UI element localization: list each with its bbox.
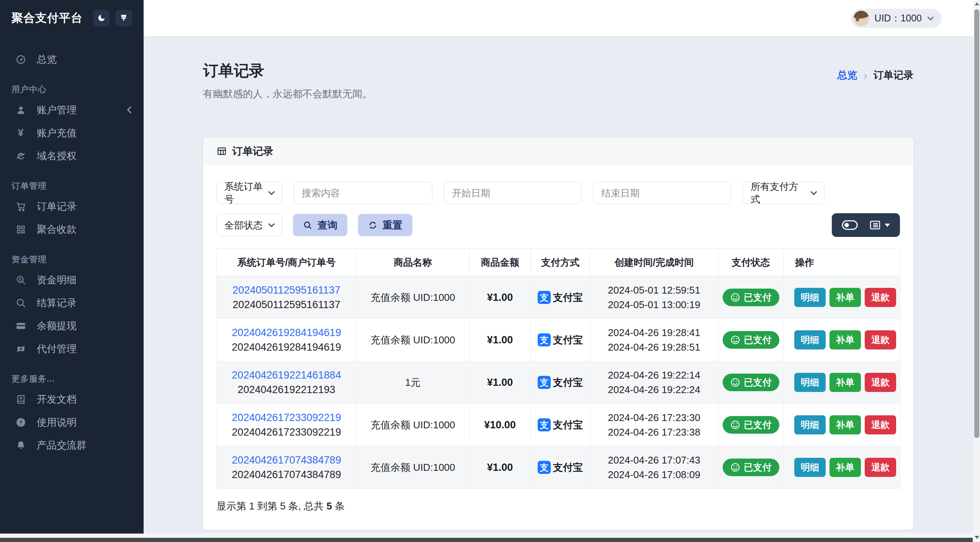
sidebar-item-balance-withdrawal[interactable]: 余额提现 xyxy=(0,314,144,337)
columns-button[interactable] xyxy=(869,219,890,231)
smile-icon xyxy=(730,377,740,387)
product-amount: ¥1.00 xyxy=(487,334,513,346)
chevron-left-icon xyxy=(127,106,132,114)
row-actions: 明细补单退款 xyxy=(794,330,896,349)
scroll-up-arrow[interactable] xyxy=(973,0,980,8)
row-actions: 明细补单退款 xyxy=(794,288,896,307)
uid-label: UID：1000 xyxy=(874,12,922,24)
theme-button[interactable] xyxy=(115,10,132,26)
reorder-button[interactable]: 补单 xyxy=(829,415,861,434)
query-button-label: 查询 xyxy=(317,219,337,232)
filter-row-1: 系统订单号 所有支付方式 xyxy=(216,182,900,204)
reorder-button[interactable]: 补单 xyxy=(829,288,861,307)
column-header: 支付状态 xyxy=(718,249,784,276)
dark-mode-button[interactable] xyxy=(93,10,110,26)
sidebar-item-domain-authorization[interactable]: 域名授权 xyxy=(0,144,144,167)
main-area: UID：1000 订单记录 有幽默感的人，永远都不会默默无闻。 总览 › 订单记… xyxy=(144,0,980,542)
search-icon xyxy=(15,297,27,309)
start-date-input[interactable] xyxy=(444,182,582,204)
svg-text:?: ? xyxy=(19,419,23,425)
sidebar-item-account-recharge[interactable]: ¥账户充值 xyxy=(0,121,144,144)
sidebar-item-label: 账户管理 xyxy=(37,103,77,117)
end-date-input[interactable] xyxy=(593,182,731,204)
product-name: 充值余额 UID:1000 xyxy=(357,319,470,361)
status-label: 已支付 xyxy=(744,419,772,431)
sidebar-item-order-records[interactable]: 订单记录 xyxy=(0,195,144,218)
reorder-button[interactable]: 补单 xyxy=(829,458,861,477)
detail-button[interactable]: 明细 xyxy=(794,415,826,434)
refund-button[interactable]: 退款 xyxy=(865,458,896,477)
book-icon xyxy=(15,393,27,405)
reset-button-label: 重置 xyxy=(383,219,402,232)
completed-time: 2024-04-26 19:22:24 xyxy=(593,382,715,397)
horizontal-scrollbar-thumb[interactable] xyxy=(0,538,973,542)
system-order-link[interactable]: 2024042619284194619 xyxy=(220,325,353,340)
chevron-down-icon xyxy=(268,191,275,195)
smile-icon xyxy=(730,462,740,472)
refund-button[interactable]: 退款 xyxy=(865,288,896,307)
payment-method-label: 支付宝 xyxy=(553,418,583,432)
detail-button[interactable]: 明细 xyxy=(794,330,826,349)
product-name: 充值余额 UID:1000 xyxy=(357,276,470,319)
merchant-order-number: 20240426192212193 xyxy=(220,382,353,397)
svg-text:$: $ xyxy=(19,277,21,281)
transfer-icon xyxy=(15,343,27,355)
sidebar: 聚合支付平台 总览用户中心账户管理¥账户充值域名授权订单管理订单记录聚合收款资金… xyxy=(0,0,144,542)
sidebar-item-funds-detail[interactable]: $资金明细 xyxy=(0,268,144,291)
sidebar-item-settlement-records[interactable]: 结算记录 xyxy=(0,291,144,314)
alipay-icon: 支 xyxy=(538,333,551,346)
system-order-link[interactable]: 2024042619221461884 xyxy=(220,368,353,382)
reset-button[interactable]: 重置 xyxy=(358,214,412,236)
user-menu[interactable]: UID：1000 xyxy=(851,9,942,28)
reorder-button[interactable]: 补单 xyxy=(829,330,861,349)
system-order-link[interactable]: 2024050112595161137 xyxy=(220,283,353,297)
globe-icon xyxy=(15,150,27,162)
question-icon: ? xyxy=(15,416,27,428)
search-type-select[interactable]: 系统订单号 xyxy=(216,182,282,204)
app-root: 聚合支付平台 总览用户中心账户管理¥账户充值域名授权订单管理订单记录聚合收款资金… xyxy=(0,0,980,542)
search-icon xyxy=(303,220,312,230)
refund-button[interactable]: 退款 xyxy=(865,373,896,392)
reorder-button[interactable]: 补单 xyxy=(829,373,861,392)
search-input[interactable] xyxy=(294,182,432,204)
refund-button[interactable]: 退款 xyxy=(865,415,896,434)
sidebar-item-usage-guide[interactable]: ?使用说明 xyxy=(0,411,144,434)
detail-button[interactable]: 明细 xyxy=(794,373,826,392)
breadcrumb-overview-link[interactable]: 总览 xyxy=(837,69,857,82)
sidebar-item-aggregate-collection[interactable]: 聚合收款 xyxy=(0,218,144,241)
refresh-icon xyxy=(368,220,378,230)
detail-button[interactable]: 明细 xyxy=(794,458,826,477)
sidebar-item-label: 总览 xyxy=(37,53,57,66)
scroll-down-arrow[interactable] xyxy=(973,534,980,541)
detail-button[interactable]: 明细 xyxy=(794,288,826,307)
system-order-link[interactable]: 2024042617233092219 xyxy=(220,410,353,425)
sidebar-header-actions xyxy=(93,10,132,26)
query-button[interactable]: 查询 xyxy=(293,214,347,236)
pay-method-select[interactable]: 所有支付方式 xyxy=(743,182,825,204)
column-header: 商品名称 xyxy=(357,249,470,276)
sidebar-item-label: 使用说明 xyxy=(37,416,77,429)
created-time: 2024-04-26 17:07:43 xyxy=(593,453,715,467)
sidebar-item-product-chat-group[interactable]: 产品交流群 xyxy=(0,434,144,457)
product-name: 充值余额 UID:1000 xyxy=(357,446,470,489)
sidebar-item-overview[interactable]: 总览 xyxy=(0,48,144,71)
system-order-link[interactable]: 2024042617074384789 xyxy=(220,453,353,467)
alipay-icon: 支 xyxy=(538,291,551,304)
sidebar-item-account-management[interactable]: 账户管理 xyxy=(0,98,144,121)
caret-down-icon xyxy=(885,224,890,227)
pagination-summary: 显示第 1 到第 5 条, 总共 5 条 xyxy=(216,500,900,513)
status-value: 全部状态 xyxy=(224,219,263,232)
toggle-view-button[interactable] xyxy=(842,220,858,230)
vertical-scrollbar-thumb[interactable] xyxy=(974,9,979,438)
sidebar-section-label: 资金管理 xyxy=(0,254,144,265)
created-time: 2024-04-26 19:28:41 xyxy=(593,325,715,340)
orders-table: 系统订单号/商户订单号商品名称商品金额支付方式创建时间/完成时间支付状态操作 2… xyxy=(216,248,900,489)
sidebar-item-dev-docs[interactable]: 开发文档 xyxy=(0,388,144,411)
merchant-order-number: 2024042617233092219 xyxy=(220,425,353,439)
table-row: 20240426170743847892024042617074384789充值… xyxy=(217,446,900,489)
merchant-order-number: 2024050112595161137 xyxy=(220,297,353,312)
refund-button[interactable]: 退款 xyxy=(865,330,896,349)
status-select[interactable]: 全部状态 xyxy=(216,214,282,236)
sidebar-item-payout-management[interactable]: 代付管理 xyxy=(0,337,144,360)
sidebar-item-label: 结算记录 xyxy=(37,296,77,310)
